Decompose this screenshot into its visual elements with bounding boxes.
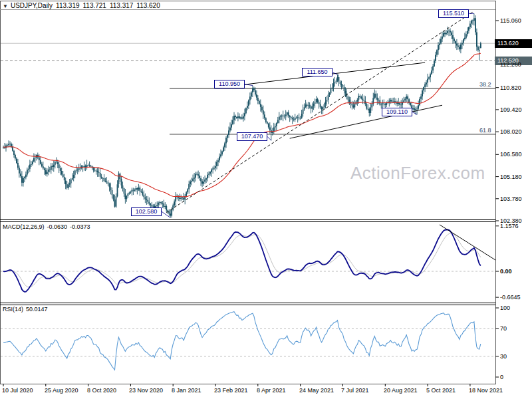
rsi-axis-label: 0	[500, 374, 503, 380]
date-axis-label: 7 Jul 2021	[341, 387, 369, 394]
date-axis-label: 25 Aug 2020	[45, 387, 78, 394]
macd-axis-label: 0.00	[500, 268, 512, 275]
date-axis-label: 10 Jul 2020	[2, 387, 33, 394]
fib-level-label: 38.2	[479, 81, 491, 88]
price-annotation[interactable]: 102.580	[131, 207, 162, 216]
macd-signal-value: -0.0373	[70, 223, 90, 230]
symbol-timeframe-label: USDJPY,Daily	[11, 2, 53, 9]
price-axis-label: 115.060	[500, 17, 521, 24]
rsi-name: RSI(14)	[3, 306, 23, 313]
rsi-axis-label: 100	[500, 305, 510, 311]
rsi-value: 50.0147	[26, 306, 48, 313]
mt4-chart-window: ▼USDJPY,Daily113.319113.721113.317113.62…	[0, 0, 532, 399]
price-annotation[interactable]: 107.470	[237, 132, 267, 141]
date-axis-label: 24 May 2021	[299, 387, 334, 394]
macd-main-value: -0.0630	[47, 223, 68, 230]
macd-trendline	[440, 225, 495, 260]
price-axis-label: 112.260	[500, 61, 521, 68]
rsi-indicator-label: RSI(14)50.0147	[3, 306, 51, 313]
date-axis-label: 8 Jan 2021	[172, 387, 201, 394]
date-axis-label: 8 Oct 2020	[87, 387, 116, 394]
chart-title-bar: ▼USDJPY,Daily113.319113.721113.317113.62…	[3, 2, 164, 9]
rsi-line	[3, 312, 481, 370]
rsi-axis-label: 70	[500, 325, 507, 332]
fib-level-label: 61.8	[479, 127, 491, 134]
price-axis-label: 108.020	[500, 128, 522, 135]
macd-indicator-label: MACD(12,26,9)-0.0630-0.0373	[3, 223, 93, 230]
ohlc-open-value: 113.319	[56, 2, 79, 9]
price-annotation[interactable]: 111.650	[302, 68, 332, 76]
date-axis-label: 8 Apr 2021	[257, 387, 286, 394]
current-price-box: 113.620	[495, 39, 532, 48]
price-axis-label: 106.580	[500, 151, 522, 158]
ohlc-low-value: 113.317	[110, 2, 133, 9]
macd-axis-label: 1.1576	[500, 223, 519, 229]
support-line	[290, 105, 442, 138]
price-annotation[interactable]: 115.510	[438, 9, 469, 18]
date-axis-label: 5 Oct 2021	[426, 387, 456, 394]
macd-main-line	[3, 229, 481, 291]
ohlc-high-value: 113.721	[83, 2, 106, 9]
chevron-down-icon[interactable]: ▼	[3, 3, 8, 9]
price-axis-label: 110.820	[500, 84, 521, 91]
price-axis-label: 109.420	[500, 106, 522, 113]
date-axis-label: 23 Nov 2020	[129, 387, 163, 394]
date-axis-label: 23 Feb 2021	[214, 387, 248, 394]
macd-axis-label: -0.6645	[500, 294, 521, 301]
price-axis-label: 103.780	[500, 196, 522, 202]
date-axis-label: 20 Aug 2021	[384, 387, 418, 394]
price-axis-label: 105.180	[500, 174, 522, 180]
date-axis-label: 18 Nov 2021	[469, 387, 503, 394]
ohlc-close-value: 113.620	[136, 2, 160, 9]
actionforex-watermark: ActionForex.com	[350, 163, 485, 184]
price-annotation[interactable]: 109.110	[382, 108, 412, 116]
price-chart-svg[interactable]	[0, 0, 532, 399]
macd-name: MACD(12,26,9)	[3, 223, 45, 230]
price-annotation[interactable]: 110.950	[214, 80, 245, 88]
rsi-axis-label: 30	[500, 353, 507, 360]
